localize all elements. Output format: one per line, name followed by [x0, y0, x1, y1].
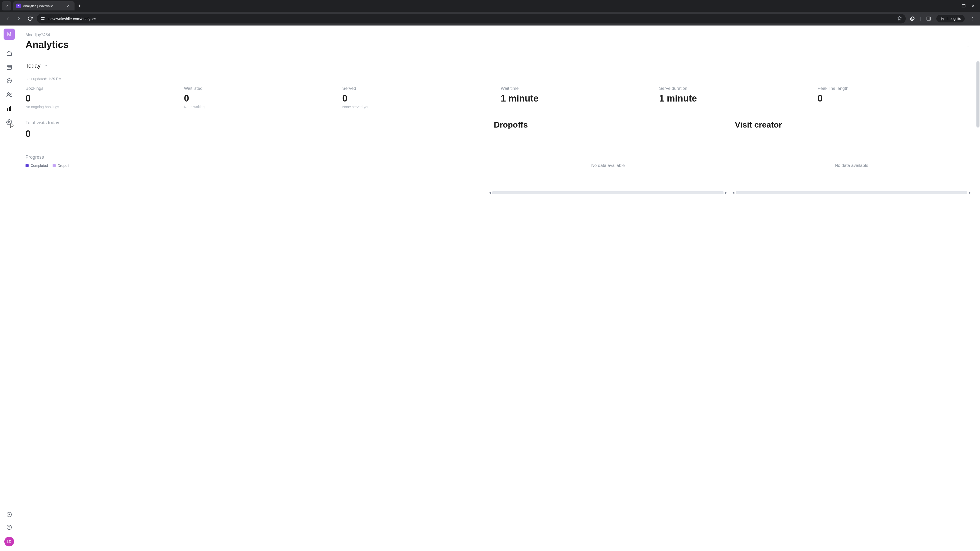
messages-icon[interactable]	[6, 78, 13, 84]
svg-rect-20	[9, 107, 10, 111]
panel-title: Dropoffs	[494, 120, 730, 130]
metric-sub: None served yet	[342, 105, 496, 109]
svg-rect-1	[43, 17, 45, 18]
sidebar: M	[0, 25, 18, 551]
metric-value: 1 minute	[659, 93, 813, 104]
svg-rect-0	[41, 17, 43, 18]
chevron-down-icon	[44, 62, 48, 69]
metric-wait-time[interactable]: Wait time 1 minute	[501, 86, 654, 109]
address-bar[interactable]: new.waitwhile.com/analytics	[37, 14, 906, 24]
bookmark-icon[interactable]	[897, 16, 902, 22]
vertical-scrollbar[interactable]	[977, 61, 980, 127]
workspace-initial: M	[7, 32, 11, 37]
metric-value: 0	[818, 93, 971, 104]
analytics-icon[interactable]	[6, 105, 13, 112]
total-visits-value: 0	[25, 129, 489, 139]
svg-marker-4	[897, 16, 902, 20]
date-range-label: Today	[25, 62, 41, 69]
slider-right-icon[interactable]: ▶	[969, 191, 971, 194]
settings-icon[interactable]	[6, 119, 13, 125]
metric-sub: No ongoing bookings	[25, 105, 179, 109]
metric-label: Bookings	[25, 86, 179, 91]
metric-value: 0	[184, 93, 337, 104]
reload-button[interactable]	[25, 14, 35, 23]
slider-track[interactable]	[736, 191, 967, 194]
slider-left-icon[interactable]: ◀	[732, 191, 734, 194]
dropoffs-panel: Dropoffs	[494, 120, 730, 139]
metric-label: Peak line length	[818, 86, 971, 91]
svg-rect-19	[7, 108, 8, 111]
incognito-badge[interactable]: Incognito	[936, 15, 965, 22]
favicon-icon	[16, 3, 21, 8]
close-tab-icon[interactable]: ✕	[65, 3, 72, 8]
page-title: Analytics	[25, 39, 68, 50]
workspace-badge[interactable]: M	[3, 29, 15, 40]
metric-peak-line[interactable]: Peak line length 0	[818, 86, 971, 109]
svg-rect-3	[43, 20, 45, 20]
slider-track[interactable]	[492, 191, 724, 194]
metric-sub: None waiting	[184, 105, 337, 109]
svg-point-18	[10, 93, 11, 95]
dropoffs-nodata: No data available	[489, 163, 727, 168]
metric-served[interactable]: Served 0 None served yet	[342, 86, 496, 109]
metric-label: Waitlisted	[184, 86, 337, 91]
metric-label: Wait time	[501, 86, 654, 91]
slider-left-icon[interactable]: ◀	[489, 191, 491, 194]
incognito-label: Incognito	[947, 17, 961, 21]
maximize-icon[interactable]: ❐	[962, 3, 966, 8]
svg-rect-2	[41, 20, 43, 20]
sidebar-nav	[6, 50, 13, 125]
metric-value: 0	[25, 93, 179, 104]
help-icon[interactable]	[6, 524, 13, 530]
browser-menu-icon[interactable]: ⋮	[968, 14, 977, 23]
new-tab-button[interactable]: +	[75, 1, 84, 11]
tab-bar: Analytics | Waitwhile ✕ + — ❐ ✕	[0, 0, 980, 12]
close-window-icon[interactable]: ✕	[972, 3, 975, 8]
sidepanel-icon[interactable]	[924, 14, 933, 23]
browser-toolbar: new.waitwhile.com/analytics | Incognito …	[0, 12, 980, 25]
tab-title: Analytics | Waitwhile	[23, 4, 63, 8]
svg-rect-21	[10, 106, 11, 111]
extensions-icon[interactable]	[908, 14, 917, 23]
svg-point-14	[8, 81, 8, 81]
site-settings-icon[interactable]	[40, 16, 45, 21]
main-content: Moodjoy7434 Analytics ⋮ Today Last updat…	[18, 25, 980, 551]
url-text: new.waitwhile.com/analytics	[48, 17, 894, 21]
slider-right-icon[interactable]: ▶	[725, 191, 727, 194]
progress-label: Progress	[25, 155, 971, 160]
tab-search-dropdown[interactable]	[2, 1, 11, 11]
customers-icon[interactable]	[6, 91, 13, 98]
metric-waitlisted[interactable]: Waitlisted 0 None waiting	[184, 86, 337, 109]
total-visits-label: Total visits today	[25, 120, 489, 125]
page-more-icon[interactable]: ⋮	[965, 41, 971, 48]
dropoffs-slider[interactable]: ◀ ▶	[489, 191, 727, 194]
svg-point-22	[8, 121, 10, 123]
home-icon[interactable]	[6, 50, 13, 57]
svg-marker-24	[8, 513, 10, 516]
forward-button[interactable]	[14, 14, 24, 23]
lightning-icon[interactable]	[6, 511, 13, 518]
minimize-icon[interactable]: —	[952, 3, 956, 8]
metrics-row: Bookings 0 No ongoing bookings Waitliste…	[25, 86, 971, 109]
visit-creator-slider[interactable]: ◀ ▶	[732, 191, 971, 194]
browser-tab[interactable]: Analytics | Waitwhile ✕	[13, 1, 75, 11]
metric-bookings[interactable]: Bookings 0 No ongoing bookings	[25, 86, 179, 109]
svg-point-16	[10, 81, 10, 81]
total-visits-card[interactable]: Total visits today 0	[25, 120, 489, 139]
metric-value: 1 minute	[501, 93, 654, 104]
calendar-icon[interactable]	[6, 64, 13, 70]
metric-label: Served	[342, 86, 496, 91]
date-range-selector[interactable]: Today	[25, 62, 971, 69]
window-controls: — ❐ ✕	[952, 3, 980, 8]
svg-point-15	[9, 81, 10, 81]
user-avatar[interactable]: LD	[4, 537, 14, 546]
user-initials: LD	[7, 540, 11, 544]
svg-point-17	[7, 93, 10, 95]
svg-rect-5	[927, 17, 931, 20]
workspace-name[interactable]: Moodjoy7434	[25, 33, 971, 37]
metric-value: 0	[342, 93, 496, 104]
panel-title: Visit creator	[735, 120, 971, 130]
back-button[interactable]	[3, 14, 12, 23]
metric-serve-duration[interactable]: Serve duration 1 minute	[659, 86, 813, 109]
visit-creator-nodata: No data available	[732, 163, 971, 168]
